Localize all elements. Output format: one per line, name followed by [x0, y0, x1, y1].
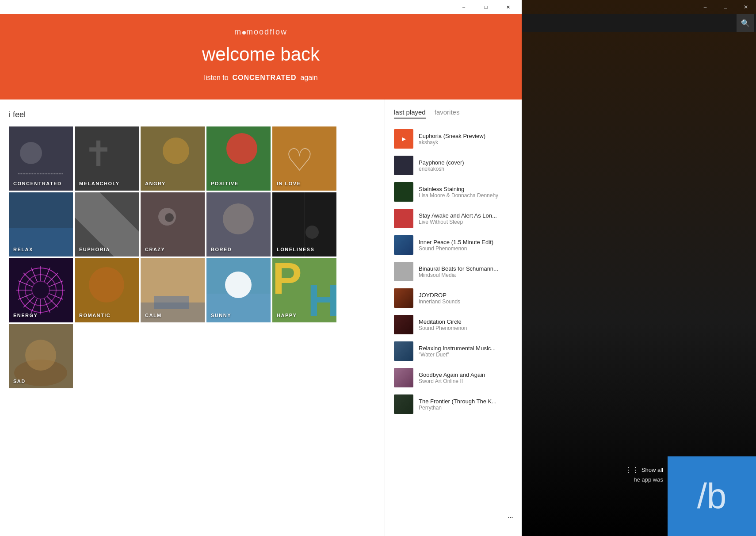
hero-subtitle: listen to CONCENTRATED again	[9, 74, 513, 82]
blue-panel: /b	[668, 456, 756, 536]
mood-tile-loneliness[interactable]: LONELINESS	[272, 192, 336, 257]
mood-tile-calm[interactable]: CALM	[141, 258, 205, 322]
track-info: Euphoria (Sneak Preview) akshayk	[419, 133, 513, 145]
mood-tile-romantic[interactable]: ROMANTIC	[75, 258, 139, 322]
track-title: Stay Awake and Alert As Lon...	[419, 212, 513, 219]
mood-tile-melancholy[interactable]: ✝ MELANCHOLY	[75, 126, 139, 191]
mood-label-euphoria: EUPHORIA	[79, 247, 110, 252]
track-thumbnail	[394, 262, 413, 281]
svg-text:♡: ♡	[286, 143, 313, 177]
sidebar-footer: ···	[385, 507, 522, 527]
track-info: Stay Awake and Alert As Lon... Live With…	[419, 212, 513, 225]
track-item[interactable]: Stay Awake and Alert As Lon... Live With…	[385, 205, 522, 232]
svg-point-22	[305, 226, 319, 239]
track-info: The Frontier (Through The K... Perrythan	[419, 398, 513, 411]
mood-tile-positive[interactable]: POSITIVE	[206, 126, 271, 191]
mood-grid: ▪▪▪▪▪▪▪▪▪▪▪▪▪▪▪▪▪▪▪▪▪▪▪▪▪▪▪▪▪ CONCENTRAT…	[9, 126, 376, 388]
svg-text:✝: ✝	[84, 134, 113, 174]
show-all-button[interactable]: ···	[508, 513, 513, 522]
mood-label-calm: CALM	[145, 313, 162, 318]
right-minimize-button[interactable]: –	[695, 0, 715, 14]
track-artist: Sound Phenomenon	[419, 325, 513, 331]
mood-tile-euphoria[interactable]: EUPHORIA	[75, 192, 139, 257]
track-info: Stainless Staining Lisa Moore & Donnacha…	[419, 186, 513, 199]
track-item[interactable]: Inner Peace (1.5 Minute Edit) Sound Phen…	[385, 232, 522, 258]
mood-label-romantic: ROMANTIC	[79, 313, 111, 318]
maximize-button[interactable]: □	[476, 0, 496, 14]
svg-rect-12	[9, 228, 73, 257]
mood-label-loneliness: LONELINESS	[277, 247, 314, 252]
track-title: JOYDROP	[419, 292, 513, 299]
track-item[interactable]: Goodbye Again and Again Sword Art Online…	[385, 364, 522, 391]
hero-section: mmoodflow welcome back listen to CONCENT…	[0, 14, 522, 100]
mood-tile-in-love[interactable]: ♡ IN LOVE	[272, 126, 336, 191]
track-title: Inner Peace (1.5 Minute Edit)	[419, 239, 513, 245]
tab-favorites[interactable]: favorites	[435, 108, 460, 119]
mood-label-melancholy: MELANCHOLY	[79, 181, 120, 186]
track-info: Relaxing Instrumental Music... "Water Du…	[419, 345, 513, 358]
grid-icon: ⋮⋮	[625, 466, 639, 474]
app-was-text: he app was	[634, 476, 664, 483]
track-title: Goodbye Again and Again	[419, 371, 513, 378]
mood-tile-energy[interactable]: ENERGY	[9, 258, 73, 322]
mood-tile-sunny[interactable]: SUNNY	[206, 258, 271, 322]
track-thumbnail	[394, 235, 413, 255]
main-window: – □ ✕ mmoodflow welcome back listen to C…	[0, 0, 522, 536]
mood-tile-bored[interactable]: BORED	[206, 192, 271, 257]
right-search-bar: 🔍	[522, 14, 756, 32]
track-artist: Lisa Moore & Donnacha Dennehy	[419, 192, 513, 199]
track-list: ▶ Euphoria (Sneak Preview) akshayk Payph…	[385, 126, 522, 507]
mood-label-sunny: SUNNY	[211, 313, 231, 318]
mood-tile-relax[interactable]: RELAX	[9, 192, 73, 257]
svg-point-6	[163, 138, 189, 164]
right-close-button[interactable]: ✕	[736, 0, 756, 14]
track-title: Payphone (cover)	[419, 159, 513, 166]
track-item[interactable]: The Frontier (Through The K... Perrythan	[385, 391, 522, 417]
svg-point-8	[226, 133, 257, 164]
track-title: Relaxing Instrumental Music...	[419, 345, 513, 352]
thumb-icon: ▶	[402, 136, 406, 142]
svg-point-19	[223, 203, 254, 234]
hero-mood-name: CONCENTRATED	[232, 74, 296, 81]
right-maximize-button[interactable]: □	[715, 0, 736, 14]
mood-tile-concentrated[interactable]: ▪▪▪▪▪▪▪▪▪▪▪▪▪▪▪▪▪▪▪▪▪▪▪▪▪▪▪▪▪ CONCENTRAT…	[9, 126, 73, 191]
close-button[interactable]: ✕	[498, 0, 518, 14]
track-title: Meditation Circle	[419, 318, 513, 325]
track-item[interactable]: Binaural Beats for Schumann... Mindsoul …	[385, 258, 522, 285]
track-thumbnail	[394, 368, 413, 387]
track-info: JOYDROP Innerland Sounds	[419, 292, 513, 305]
content-area: i feel ▪▪▪▪▪▪▪▪▪▪▪▪▪▪▪▪▪▪▪▪▪▪▪▪▪▪▪▪▪ CON…	[0, 100, 522, 536]
mood-label-happy: HAPPY	[277, 313, 297, 318]
show-all-right-button[interactable]: ⋮⋮ Show all	[625, 466, 663, 474]
track-item[interactable]: Stainless Staining Lisa Moore & Donnacha…	[385, 179, 522, 205]
track-artist: Perrythan	[419, 405, 513, 411]
mood-label-energy: ENERGY	[13, 313, 38, 318]
track-artist: Live Without Sleep	[419, 219, 513, 225]
app-logo: mmoodflow	[9, 27, 513, 37]
sidebar: last played favorites ▶ Euphoria (Sneak …	[385, 100, 522, 536]
svg-point-44	[89, 267, 124, 302]
search-button[interactable]: 🔍	[737, 14, 754, 32]
mood-tile-crazy[interactable]: CRAZY	[141, 192, 205, 257]
minimize-button[interactable]: –	[454, 0, 474, 14]
track-item[interactable]: Relaxing Instrumental Music... "Water Du…	[385, 338, 522, 364]
track-thumbnail	[394, 288, 413, 308]
track-item[interactable]: Meditation Circle Sound Phenomenon	[385, 311, 522, 338]
mood-tile-sad[interactable]: SAD	[9, 324, 73, 388]
track-title: The Frontier (Through The K...	[419, 398, 513, 405]
svg-point-50	[225, 272, 252, 298]
more-dots-icon: ···	[508, 513, 513, 522]
track-artist: Mindsoul Media	[419, 272, 513, 278]
mood-label-angry: ANGRY	[145, 181, 166, 186]
mood-tile-angry[interactable]: ANGRY	[141, 126, 205, 191]
right-title-bar: – □ ✕	[695, 0, 756, 14]
track-thumbnail	[394, 209, 413, 228]
track-item[interactable]: JOYDROP Innerland Sounds	[385, 285, 522, 311]
track-item[interactable]: ▶ Euphoria (Sneak Preview) akshayk	[385, 126, 522, 152]
title-bar: – □ ✕	[0, 0, 522, 14]
mood-tile-happy[interactable]: HP HAPPY	[272, 258, 336, 322]
tab-last-played[interactable]: last played	[394, 108, 426, 119]
track-item[interactable]: Payphone (cover) eriekakosh	[385, 152, 522, 179]
svg-point-56	[25, 340, 56, 371]
mood-label-in-love: IN LOVE	[277, 181, 301, 186]
